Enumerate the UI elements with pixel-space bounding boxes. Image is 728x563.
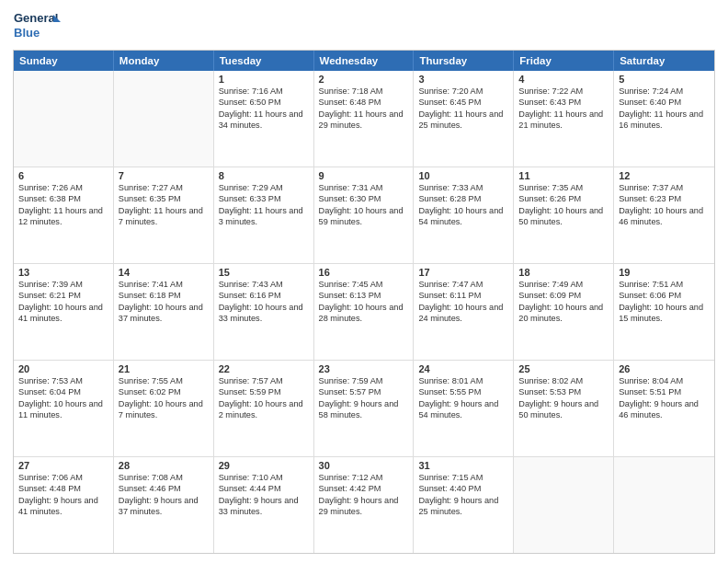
cell-info: Sunrise: 7:16 AM Sunset: 6:50 PM Dayligh… [219,86,309,132]
day-number: 22 [219,363,309,374]
day-number: 30 [319,460,409,471]
day-cell-8: 8Sunrise: 7:29 AM Sunset: 6:33 PM Daylig… [214,167,314,263]
day-number: 29 [219,460,309,471]
cell-info: Sunrise: 7:59 AM Sunset: 5:57 PM Dayligh… [319,375,409,421]
page: General Blue SundayMondayTuesdayWednesda… [0,0,728,563]
day-number: 10 [418,170,508,181]
day-cell-3: 3Sunrise: 7:20 AM Sunset: 6:45 PM Daylig… [414,71,514,167]
cell-info: Sunrise: 7:35 AM Sunset: 6:26 PM Dayligh… [518,182,609,228]
day-header-thursday: Thursday [414,51,514,71]
week-row-2: 6Sunrise: 7:26 AM Sunset: 6:38 PM Daylig… [14,167,714,264]
cell-info: Sunrise: 7:29 AM Sunset: 6:33 PM Dayligh… [219,182,309,228]
cell-info: Sunrise: 7:53 AM Sunset: 6:04 PM Dayligh… [18,375,108,421]
cell-info: Sunrise: 7:51 AM Sunset: 6:06 PM Dayligh… [619,279,710,325]
cell-info: Sunrise: 7:57 AM Sunset: 5:59 PM Dayligh… [219,375,309,421]
week-row-4: 20Sunrise: 7:53 AM Sunset: 6:04 PM Dayli… [14,361,714,457]
day-cell-16: 16Sunrise: 7:45 AM Sunset: 6:13 PM Dayli… [314,264,415,360]
cell-info: Sunrise: 7:20 AM Sunset: 6:45 PM Dayligh… [418,86,508,132]
day-cell-19: 19Sunrise: 7:51 AM Sunset: 6:06 PM Dayli… [614,264,714,360]
day-header-monday: Monday [114,51,214,71]
cell-info: Sunrise: 7:43 AM Sunset: 6:16 PM Dayligh… [219,279,309,325]
calendar-body: 1Sunrise: 7:16 AM Sunset: 6:50 PM Daylig… [14,71,714,553]
cell-info: Sunrise: 7:47 AM Sunset: 6:11 PM Dayligh… [418,279,508,325]
day-number: 14 [119,267,209,278]
cell-info: Sunrise: 7:15 AM Sunset: 4:40 PM Dayligh… [418,472,508,518]
day-cell-29: 29Sunrise: 7:10 AM Sunset: 4:44 PM Dayli… [214,457,314,553]
day-number: 16 [319,267,409,278]
logo-svg: General Blue [13,9,61,44]
cell-info: Sunrise: 7:37 AM Sunset: 6:23 PM Dayligh… [619,182,710,228]
day-number: 24 [418,363,508,374]
day-cell-1: 1Sunrise: 7:16 AM Sunset: 6:50 PM Daylig… [214,71,314,167]
day-number: 26 [619,363,710,374]
day-cell-10: 10Sunrise: 7:33 AM Sunset: 6:28 PM Dayli… [414,167,514,263]
cell-info: Sunrise: 7:10 AM Sunset: 4:44 PM Dayligh… [219,472,309,518]
svg-text:Blue: Blue [14,26,40,40]
day-header-friday: Friday [514,51,614,71]
day-cell-20: 20Sunrise: 7:53 AM Sunset: 6:04 PM Dayli… [14,361,114,456]
week-row-5: 27Sunrise: 7:06 AM Sunset: 4:48 PM Dayli… [14,457,714,553]
day-cell-30: 30Sunrise: 7:12 AM Sunset: 4:42 PM Dayli… [314,457,415,553]
day-number: 1 [219,74,309,85]
day-number: 13 [18,267,108,278]
empty-cell [14,71,114,167]
day-cell-28: 28Sunrise: 7:08 AM Sunset: 4:46 PM Dayli… [114,457,214,553]
cell-info: Sunrise: 7:24 AM Sunset: 6:40 PM Dayligh… [619,86,710,132]
day-cell-23: 23Sunrise: 7:59 AM Sunset: 5:57 PM Dayli… [314,361,415,456]
day-cell-6: 6Sunrise: 7:26 AM Sunset: 6:38 PM Daylig… [14,167,114,263]
day-number: 17 [418,267,508,278]
day-cell-26: 26Sunrise: 8:04 AM Sunset: 5:51 PM Dayli… [614,361,714,456]
day-cell-27: 27Sunrise: 7:06 AM Sunset: 4:48 PM Dayli… [14,457,114,553]
empty-cell [614,457,714,553]
cell-info: Sunrise: 7:12 AM Sunset: 4:42 PM Dayligh… [319,472,409,518]
cell-info: Sunrise: 7:22 AM Sunset: 6:43 PM Dayligh… [518,86,609,132]
cell-info: Sunrise: 7:08 AM Sunset: 4:46 PM Dayligh… [119,472,209,518]
day-number: 9 [319,170,409,181]
cell-info: Sunrise: 7:06 AM Sunset: 4:48 PM Dayligh… [18,472,108,518]
cell-info: Sunrise: 7:41 AM Sunset: 6:18 PM Dayligh… [119,279,209,325]
day-number: 12 [619,170,710,181]
day-number: 21 [119,363,209,374]
day-number: 27 [18,460,108,471]
day-number: 4 [518,74,609,85]
day-header-tuesday: Tuesday [214,51,314,71]
day-number: 20 [18,363,108,374]
calendar: SundayMondayTuesdayWednesdayThursdayFrid… [13,50,715,554]
cell-info: Sunrise: 7:33 AM Sunset: 6:28 PM Dayligh… [418,182,508,228]
day-cell-13: 13Sunrise: 7:39 AM Sunset: 6:21 PM Dayli… [14,264,114,360]
week-row-1: 1Sunrise: 7:16 AM Sunset: 6:50 PM Daylig… [14,71,714,167]
day-number: 18 [518,267,609,278]
day-number: 23 [319,363,409,374]
day-cell-9: 9Sunrise: 7:31 AM Sunset: 6:30 PM Daylig… [314,167,415,263]
day-cell-21: 21Sunrise: 7:55 AM Sunset: 6:02 PM Dayli… [114,361,214,456]
day-cell-4: 4Sunrise: 7:22 AM Sunset: 6:43 PM Daylig… [514,71,614,167]
day-cell-24: 24Sunrise: 8:01 AM Sunset: 5:55 PM Dayli… [414,361,514,456]
header: General Blue [13,9,715,44]
cell-info: Sunrise: 7:31 AM Sunset: 6:30 PM Dayligh… [319,182,409,228]
day-cell-5: 5Sunrise: 7:24 AM Sunset: 6:40 PM Daylig… [614,71,714,167]
day-cell-11: 11Sunrise: 7:35 AM Sunset: 6:26 PM Dayli… [514,167,614,263]
cell-info: Sunrise: 8:01 AM Sunset: 5:55 PM Dayligh… [418,375,508,421]
cell-info: Sunrise: 8:04 AM Sunset: 5:51 PM Dayligh… [619,375,710,421]
cell-info: Sunrise: 7:27 AM Sunset: 6:35 PM Dayligh… [119,182,209,228]
logo: General Blue [13,9,61,44]
day-number: 28 [119,460,209,471]
day-header-wednesday: Wednesday [314,51,415,71]
day-cell-14: 14Sunrise: 7:41 AM Sunset: 6:18 PM Dayli… [114,264,214,360]
cell-info: Sunrise: 7:18 AM Sunset: 6:48 PM Dayligh… [319,86,409,132]
cell-info: Sunrise: 7:39 AM Sunset: 6:21 PM Dayligh… [18,279,108,325]
day-cell-15: 15Sunrise: 7:43 AM Sunset: 6:16 PM Dayli… [214,264,314,360]
day-number: 6 [18,170,108,181]
day-cell-22: 22Sunrise: 7:57 AM Sunset: 5:59 PM Dayli… [214,361,314,456]
day-cell-7: 7Sunrise: 7:27 AM Sunset: 6:35 PM Daylig… [114,167,214,263]
calendar-header: SundayMondayTuesdayWednesdayThursdayFrid… [14,51,714,71]
day-number: 3 [418,74,508,85]
day-number: 15 [219,267,309,278]
cell-info: Sunrise: 7:26 AM Sunset: 6:38 PM Dayligh… [18,182,108,228]
cell-info: Sunrise: 7:55 AM Sunset: 6:02 PM Dayligh… [119,375,209,421]
day-cell-12: 12Sunrise: 7:37 AM Sunset: 6:23 PM Dayli… [614,167,714,263]
day-header-saturday: Saturday [614,51,714,71]
day-header-sunday: Sunday [14,51,114,71]
day-cell-25: 25Sunrise: 8:02 AM Sunset: 5:53 PM Dayli… [514,361,614,456]
day-number: 25 [518,363,609,374]
